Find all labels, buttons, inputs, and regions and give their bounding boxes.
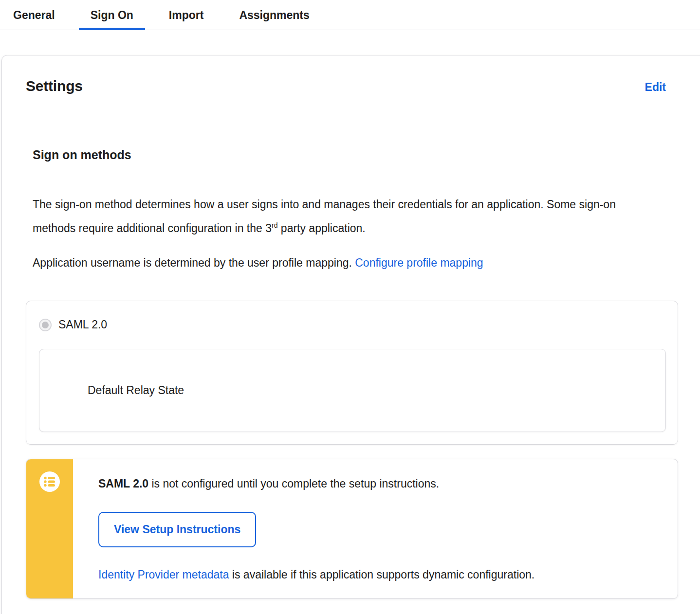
sign-on-description: The sign-on method determines how a user…	[33, 193, 634, 240]
settings-card: Settings Edit Sign on methods The sign-o…	[1, 55, 700, 614]
tab-sign-on[interactable]: Sign On	[79, 0, 145, 30]
callout-message: SAML 2.0 is not configured until you com…	[98, 477, 658, 490]
username-mapping-text: Application username is determined by th…	[33, 256, 355, 269]
tab-import[interactable]: Import	[157, 0, 216, 30]
default-relay-state-box: Default Relay State	[39, 349, 666, 432]
tab-bar: General Sign On Import Assignments	[0, 0, 700, 30]
saml-radio[interactable]	[39, 319, 52, 331]
ordinal-superscript: rd	[272, 221, 277, 229]
callout-message-rest: is not configured until you complete the…	[148, 477, 439, 490]
saml-method-box: SAML 2.0 Default Relay State	[26, 301, 678, 445]
saml-radio-row: SAML 2.0	[39, 318, 665, 331]
settings-title: Settings	[26, 78, 83, 94]
view-setup-instructions-button[interactable]: View Setup Instructions	[98, 512, 256, 547]
identity-provider-metadata-link[interactable]: Identity Provider metadata	[98, 568, 229, 581]
configure-profile-mapping-link[interactable]: Configure profile mapping	[355, 256, 483, 269]
tab-general[interactable]: General	[1, 0, 67, 30]
username-mapping-line: Application username is determined by th…	[33, 251, 634, 275]
sign-on-methods-heading: Sign on methods	[33, 148, 700, 162]
callout-message-bold: SAML 2.0	[98, 477, 148, 490]
tab-assignments[interactable]: Assignments	[227, 0, 321, 30]
saml-setup-callout: SAML 2.0 is not configured until you com…	[26, 459, 678, 599]
edit-button[interactable]: Edit	[645, 81, 666, 94]
sign-on-description-tail: party application.	[277, 222, 365, 235]
list-icon	[39, 471, 60, 492]
default-relay-state-label: Default Relay State	[88, 384, 184, 397]
saml-radio-label: SAML 2.0	[58, 318, 107, 331]
metadata-line: Identity Provider metadata is available …	[98, 568, 658, 581]
metadata-line-rest: is available if this application support…	[229, 568, 534, 581]
settings-card-header: Settings Edit	[26, 78, 678, 94]
